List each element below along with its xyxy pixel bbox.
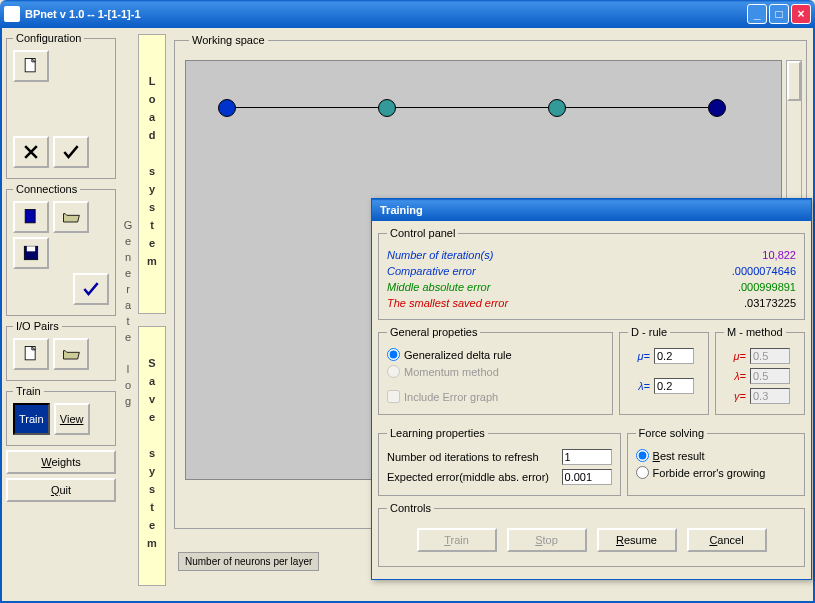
ok-config-button[interactable] — [53, 136, 89, 168]
edge — [226, 107, 716, 108]
open-conn-button[interactable] — [53, 201, 89, 233]
dlg-resume-button[interactable]: Resume — [597, 528, 677, 552]
app-icon — [4, 6, 20, 22]
d-lambda-input[interactable] — [654, 378, 694, 394]
mid-value: .000999891 — [738, 281, 796, 293]
weights-button[interactable]: Weights — [6, 450, 116, 474]
new-conn-button[interactable] — [13, 201, 49, 233]
train-group: Train Train View — [6, 385, 116, 446]
dlg-train-button: Train — [417, 528, 497, 552]
general-properties-group: General propeties Generalized delta rule… — [378, 326, 613, 415]
ok-conn-button[interactable] — [73, 273, 109, 305]
new-config-button[interactable] — [13, 50, 49, 82]
m-method-group: M - method μ= λ= γ= — [715, 326, 805, 415]
cancel-config-button[interactable] — [13, 136, 49, 168]
view-button[interactable]: View — [54, 403, 90, 435]
mid-label: Middle absolute error — [387, 281, 490, 293]
svg-rect-1 — [25, 210, 35, 223]
comp-value: .0000074646 — [732, 265, 796, 277]
d-rule-group: D - rule μ= λ= — [619, 326, 709, 415]
training-dialog: Training Control panel Number of iterati… — [371, 198, 812, 580]
d-mu-input[interactable] — [654, 348, 694, 364]
m-lambda-input — [750, 368, 790, 384]
generate-log-strip: Generate log — [120, 28, 136, 601]
node-1[interactable] — [218, 99, 236, 117]
force-solving-group: Force solving Best result Forbide error'… — [627, 427, 805, 496]
window-title: BPnet v 1.0 -- 1-[1-1]-1 — [25, 8, 747, 20]
momentum-radio — [387, 365, 400, 378]
io-pairs-group: I/O Pairs — [6, 320, 116, 381]
node-2[interactable] — [378, 99, 396, 117]
left-panel: Configuration Connections — [2, 28, 120, 601]
quit-button[interactable]: Quit — [6, 478, 116, 502]
bottom-tab[interactable]: Number of neurons per layer — [178, 552, 319, 571]
node-3[interactable] — [548, 99, 566, 117]
error-graph-check — [387, 390, 400, 403]
forbid-error-radio[interactable] — [636, 466, 649, 479]
config-group: Configuration — [6, 32, 116, 179]
load-system-strip[interactable]: Load system — [138, 34, 166, 314]
best-result-radio[interactable] — [636, 449, 649, 462]
m-gamma-input — [750, 388, 790, 404]
open-io-button[interactable] — [53, 338, 89, 370]
m-mu-input — [750, 348, 790, 364]
comp-label: Comparative error — [387, 265, 476, 277]
dialog-title: Training — [372, 199, 811, 221]
refresh-iter-input[interactable] — [562, 449, 612, 465]
dlg-cancel-button[interactable]: Cancel — [687, 528, 767, 552]
learning-properties-group: Learning properties Number od iterations… — [378, 427, 621, 496]
new-io-button[interactable] — [13, 338, 49, 370]
control-panel-group: Control panel Number of iteration(s)10,8… — [378, 227, 805, 320]
small-value: .03173225 — [744, 297, 796, 309]
train-button[interactable]: Train — [13, 403, 50, 435]
node-4[interactable] — [708, 99, 726, 117]
save-conn-button[interactable] — [13, 237, 49, 269]
close-button[interactable]: × — [791, 4, 811, 24]
iter-label: Number of iteration(s) — [387, 249, 493, 261]
delta-rule-radio[interactable] — [387, 348, 400, 361]
iter-value: 10,822 — [762, 249, 796, 261]
main-titlebar: BPnet v 1.0 -- 1-[1-1]-1 _ □ × — [0, 0, 815, 28]
minimize-button[interactable]: _ — [747, 4, 767, 24]
maximize-button[interactable]: □ — [769, 4, 789, 24]
controls-group: Controls Train Stop Resume Cancel — [378, 502, 805, 567]
expected-error-input[interactable] — [562, 469, 612, 485]
dlg-stop-button: Stop — [507, 528, 587, 552]
connections-group: Connections — [6, 183, 116, 316]
small-label: The smallest saved error — [387, 297, 508, 309]
save-system-strip[interactable]: Save system — [138, 326, 166, 586]
svg-rect-3 — [27, 246, 35, 251]
